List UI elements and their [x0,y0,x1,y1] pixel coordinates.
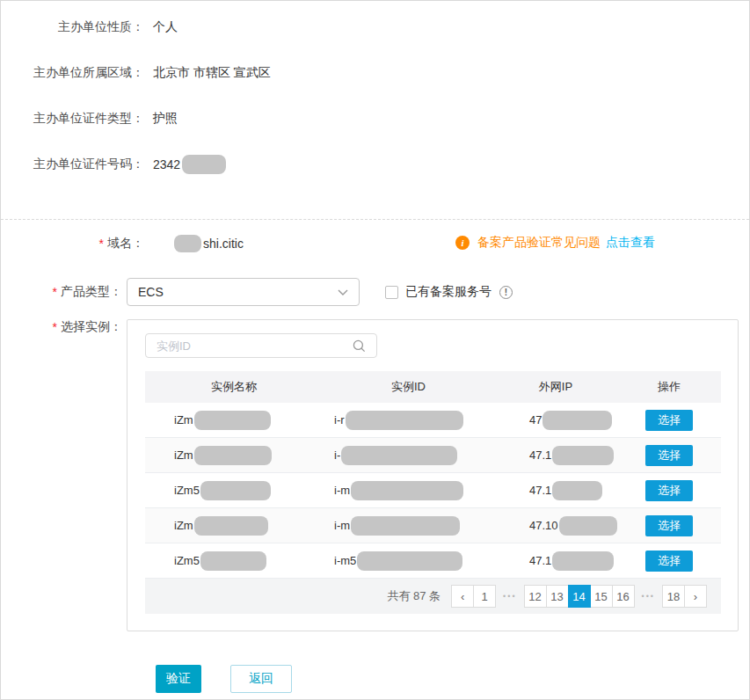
info-row-cert-type: 主办单位证件类型： 护照 [1,108,749,129]
select-button[interactable]: 选择 [645,410,693,431]
pagination-ellipsis: ••• [503,592,516,601]
table-footer-pagination: 共有 87 条 ‹ 1 ••• 12 13 14 15 16 ••• 18 › [145,579,721,614]
domain-label: 域名： [107,236,144,252]
redacted-value [341,446,457,465]
required-asterisk: * [53,320,57,334]
required-asterisk: * [99,237,104,251]
cert-number-value: 2342 [153,155,226,174]
redacted-value [552,446,614,465]
domain-value: shi.citic [203,237,244,251]
section-divider [1,219,749,220]
redacted-value [552,551,614,571]
instance-search-input[interactable] [146,334,353,357]
redacted-value [351,516,460,536]
pagination-page-18[interactable]: 18 [662,585,685,608]
required-asterisk: * [53,285,57,299]
instance-label-box: * 选择实例： [1,319,122,335]
cert-type-label: 主办单位证件类型： [1,111,144,127]
table-row: iZm i- 47.1 选择 [145,438,721,473]
instance-table-header: 实例名称 实例ID 外网IP 操作 [145,371,721,403]
search-icon[interactable] [353,339,366,353]
redacted-value [346,411,463,430]
pagination-next-button[interactable]: › [684,585,707,608]
info-row-org-nature: 主办单位性质： 个人 [1,17,749,38]
info-circle-icon [455,236,470,250]
redacted-value [542,411,612,430]
instance-label-row: * 选择实例： [1,318,122,336]
info-row-org-region: 主办单位所属区域： 北京市 市辖区 宣武区 [1,62,749,84]
redacted-value [351,481,463,500]
public-ip-prefix: 47.1 [529,554,551,567]
org-region-label: 主办单位所属区域： [1,65,144,81]
instance-id-prefix: i-r [334,413,345,427]
info-row-cert-number: 主办单位证件号码： 2342 [1,154,749,175]
product-type-row: * 产品类型： ECS 已有备案服务号 [1,278,749,306]
pagination-ellipsis: ••• [642,592,655,601]
public-ip-prefix: 47 [529,413,542,427]
pagination-page-16[interactable]: 16 [612,585,635,608]
faq-hint: 备案产品验证常见问题 点击查看 [455,235,655,251]
instance-id-prefix: i-m5 [334,554,356,567]
pagination-page-1[interactable]: 1 [473,585,496,608]
redacted-value [194,446,272,465]
instance-id-prefix: i-m [334,484,350,497]
cert-number-visible: 2342 [153,157,180,171]
redacted-value [194,516,268,536]
instance-id-prefix: i- [334,448,340,462]
product-type-selected-value: ECS [138,285,338,299]
pagination-page-14-active[interactable]: 14 [568,585,591,608]
chevron-down-icon [338,289,348,295]
instance-table: 实例名称 实例ID 外网IP 操作 iZm i-r 47 选择 iZm i- 4… [145,371,721,614]
table-row: iZm5 i-m5 47.1 选择 [145,543,721,579]
total-count: 共有 87 条 [387,588,441,604]
table-row: iZm5 i-m 47.1 选择 [145,473,721,508]
instance-id-prefix: i-m [334,519,350,532]
pagination-prev-button[interactable]: ‹ [451,585,474,608]
instance-search-box [145,333,377,358]
table-row: iZm i-m 47.10 选择 [145,508,721,543]
pagination-page-12[interactable]: 12 [524,585,547,608]
org-nature-label: 主办单位性质： [1,19,144,35]
instance-name-prefix: iZm [174,448,193,462]
header-instance-id: 实例ID [323,379,494,395]
redacted-value [552,481,602,500]
redacted-value [182,155,226,174]
domain-label-box: * 域名： [1,236,144,252]
header-public-ip: 外网IP [494,379,617,395]
instance-name-prefix: iZm [174,413,193,427]
redacted-value [559,516,617,536]
instance-label: 选择实例： [61,319,122,335]
warning-circle-icon[interactable] [499,286,513,299]
public-ip-prefix: 47.10 [529,519,558,532]
header-action: 操作 [617,379,721,395]
cert-type-value: 护照 [153,111,178,127]
product-type-select[interactable]: ECS [127,278,360,306]
public-ip-prefix: 47.1 [529,448,551,462]
service-number-checkbox[interactable] [385,286,398,299]
back-button[interactable]: 返回 [230,665,292,693]
select-button[interactable]: 选择 [645,445,693,466]
select-button[interactable]: 选择 [645,480,693,501]
service-number-label: 已有备案服务号 [405,284,492,300]
redacted-value [194,411,271,430]
redacted-value [357,551,462,571]
instance-picker-panel: 实例名称 实例ID 外网IP 操作 iZm i-r 47 选择 iZm i- 4… [127,319,739,631]
pagination-page-13[interactable]: 13 [546,585,569,608]
instance-name-prefix: iZm [174,519,193,532]
select-button[interactable]: 选择 [645,515,693,536]
org-region-value: 北京市 市辖区 宣武区 [153,65,271,81]
faq-text: 备案产品验证常见问题 [477,235,601,251]
redacted-value [200,551,266,571]
instance-name-prefix: iZm5 [174,484,200,497]
org-nature-value: 个人 [153,19,178,35]
verify-button[interactable]: 验证 [156,665,201,693]
instance-name-prefix: iZm5 [174,554,200,567]
product-type-label: 产品类型： [61,284,122,300]
faq-view-link[interactable]: 点击查看 [606,235,655,251]
redacted-value [200,481,271,500]
header-instance-name: 实例名称 [145,379,323,395]
product-type-label-box: * 产品类型： [1,284,122,300]
pagination-page-15[interactable]: 15 [590,585,613,608]
redacted-domain-prefix [174,235,201,252]
select-button[interactable]: 选择 [645,551,693,572]
